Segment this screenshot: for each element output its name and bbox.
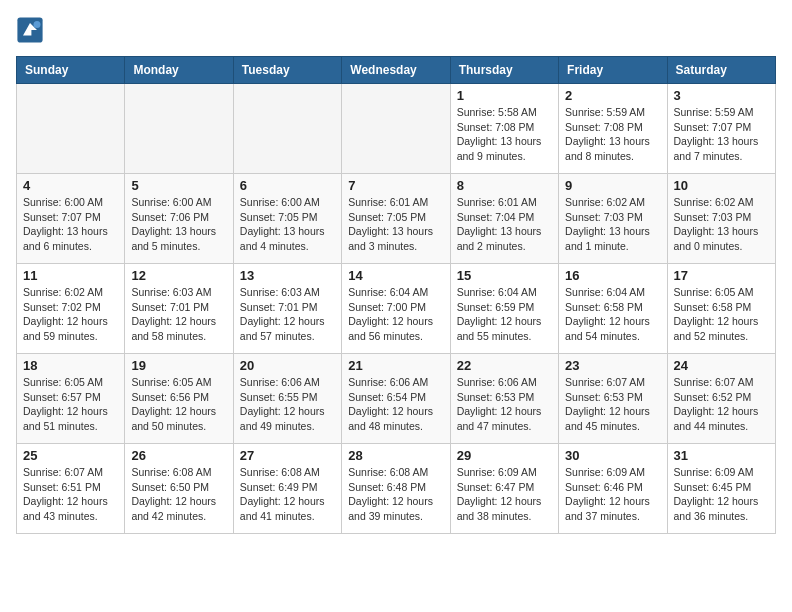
calendar-day: 31Sunrise: 6:09 AMSunset: 6:45 PMDayligh… (667, 444, 775, 534)
day-number: 31 (674, 448, 769, 463)
calendar-day: 8Sunrise: 6:01 AMSunset: 7:04 PMDaylight… (450, 174, 558, 264)
day-info: Sunrise: 6:03 AMSunset: 7:01 PMDaylight:… (240, 285, 335, 344)
calendar-day: 18Sunrise: 6:05 AMSunset: 6:57 PMDayligh… (17, 354, 125, 444)
day-info: Sunrise: 6:04 AMSunset: 6:59 PMDaylight:… (457, 285, 552, 344)
calendar-day: 27Sunrise: 6:08 AMSunset: 6:49 PMDayligh… (233, 444, 341, 534)
day-number: 16 (565, 268, 660, 283)
day-info: Sunrise: 6:00 AMSunset: 7:05 PMDaylight:… (240, 195, 335, 254)
calendar-day: 3Sunrise: 5:59 AMSunset: 7:07 PMDaylight… (667, 84, 775, 174)
day-info: Sunrise: 6:01 AMSunset: 7:05 PMDaylight:… (348, 195, 443, 254)
calendar-day: 25Sunrise: 6:07 AMSunset: 6:51 PMDayligh… (17, 444, 125, 534)
day-info: Sunrise: 6:02 AMSunset: 7:03 PMDaylight:… (565, 195, 660, 254)
calendar-week-3: 11Sunrise: 6:02 AMSunset: 7:02 PMDayligh… (17, 264, 776, 354)
day-info: Sunrise: 6:04 AMSunset: 6:58 PMDaylight:… (565, 285, 660, 344)
calendar-day: 19Sunrise: 6:05 AMSunset: 6:56 PMDayligh… (125, 354, 233, 444)
day-number: 25 (23, 448, 118, 463)
day-number: 28 (348, 448, 443, 463)
day-number: 13 (240, 268, 335, 283)
day-info: Sunrise: 6:01 AMSunset: 7:04 PMDaylight:… (457, 195, 552, 254)
day-number: 6 (240, 178, 335, 193)
day-number: 2 (565, 88, 660, 103)
day-info: Sunrise: 6:09 AMSunset: 6:47 PMDaylight:… (457, 465, 552, 524)
calendar-day (125, 84, 233, 174)
day-number: 14 (348, 268, 443, 283)
svg-point-2 (34, 21, 41, 28)
day-info: Sunrise: 5:58 AMSunset: 7:08 PMDaylight:… (457, 105, 552, 164)
calendar-day: 26Sunrise: 6:08 AMSunset: 6:50 PMDayligh… (125, 444, 233, 534)
day-info: Sunrise: 6:00 AMSunset: 7:06 PMDaylight:… (131, 195, 226, 254)
day-number: 20 (240, 358, 335, 373)
calendar-day: 9Sunrise: 6:02 AMSunset: 7:03 PMDaylight… (559, 174, 667, 264)
page-header (16, 16, 776, 44)
day-header-friday: Friday (559, 57, 667, 84)
calendar-day (17, 84, 125, 174)
day-header-saturday: Saturday (667, 57, 775, 84)
day-number: 15 (457, 268, 552, 283)
day-info: Sunrise: 6:08 AMSunset: 6:50 PMDaylight:… (131, 465, 226, 524)
calendar-day: 15Sunrise: 6:04 AMSunset: 6:59 PMDayligh… (450, 264, 558, 354)
day-number: 11 (23, 268, 118, 283)
day-number: 23 (565, 358, 660, 373)
calendar-day: 7Sunrise: 6:01 AMSunset: 7:05 PMDaylight… (342, 174, 450, 264)
calendar-day: 6Sunrise: 6:00 AMSunset: 7:05 PMDaylight… (233, 174, 341, 264)
day-info: Sunrise: 6:07 AMSunset: 6:53 PMDaylight:… (565, 375, 660, 434)
day-number: 24 (674, 358, 769, 373)
day-number: 10 (674, 178, 769, 193)
day-header-monday: Monday (125, 57, 233, 84)
day-info: Sunrise: 6:08 AMSunset: 6:49 PMDaylight:… (240, 465, 335, 524)
calendar-week-4: 18Sunrise: 6:05 AMSunset: 6:57 PMDayligh… (17, 354, 776, 444)
calendar-day: 14Sunrise: 6:04 AMSunset: 7:00 PMDayligh… (342, 264, 450, 354)
day-number: 12 (131, 268, 226, 283)
day-number: 9 (565, 178, 660, 193)
calendar-day (233, 84, 341, 174)
day-info: Sunrise: 6:05 AMSunset: 6:56 PMDaylight:… (131, 375, 226, 434)
calendar-day (342, 84, 450, 174)
calendar-day: 23Sunrise: 6:07 AMSunset: 6:53 PMDayligh… (559, 354, 667, 444)
day-info: Sunrise: 6:07 AMSunset: 6:51 PMDaylight:… (23, 465, 118, 524)
calendar-day: 29Sunrise: 6:09 AMSunset: 6:47 PMDayligh… (450, 444, 558, 534)
calendar-week-2: 4Sunrise: 6:00 AMSunset: 7:07 PMDaylight… (17, 174, 776, 264)
day-info: Sunrise: 6:07 AMSunset: 6:52 PMDaylight:… (674, 375, 769, 434)
logo-icon (16, 16, 44, 44)
day-info: Sunrise: 6:02 AMSunset: 7:02 PMDaylight:… (23, 285, 118, 344)
day-info: Sunrise: 6:08 AMSunset: 6:48 PMDaylight:… (348, 465, 443, 524)
day-header-wednesday: Wednesday (342, 57, 450, 84)
calendar-header-row: SundayMondayTuesdayWednesdayThursdayFrid… (17, 57, 776, 84)
day-info: Sunrise: 6:00 AMSunset: 7:07 PMDaylight:… (23, 195, 118, 254)
day-info: Sunrise: 5:59 AMSunset: 7:08 PMDaylight:… (565, 105, 660, 164)
day-number: 1 (457, 88, 552, 103)
calendar-day: 20Sunrise: 6:06 AMSunset: 6:55 PMDayligh… (233, 354, 341, 444)
day-header-sunday: Sunday (17, 57, 125, 84)
day-number: 18 (23, 358, 118, 373)
calendar-day: 28Sunrise: 6:08 AMSunset: 6:48 PMDayligh… (342, 444, 450, 534)
calendar-day: 16Sunrise: 6:04 AMSunset: 6:58 PMDayligh… (559, 264, 667, 354)
day-number: 29 (457, 448, 552, 463)
calendar-week-1: 1Sunrise: 5:58 AMSunset: 7:08 PMDaylight… (17, 84, 776, 174)
calendar-day: 30Sunrise: 6:09 AMSunset: 6:46 PMDayligh… (559, 444, 667, 534)
day-header-tuesday: Tuesday (233, 57, 341, 84)
calendar-day: 24Sunrise: 6:07 AMSunset: 6:52 PMDayligh… (667, 354, 775, 444)
calendar-week-5: 25Sunrise: 6:07 AMSunset: 6:51 PMDayligh… (17, 444, 776, 534)
day-info: Sunrise: 6:09 AMSunset: 6:46 PMDaylight:… (565, 465, 660, 524)
day-number: 5 (131, 178, 226, 193)
day-info: Sunrise: 6:03 AMSunset: 7:01 PMDaylight:… (131, 285, 226, 344)
day-number: 7 (348, 178, 443, 193)
calendar-table: SundayMondayTuesdayWednesdayThursdayFrid… (16, 56, 776, 534)
day-number: 4 (23, 178, 118, 193)
day-number: 17 (674, 268, 769, 283)
day-info: Sunrise: 6:02 AMSunset: 7:03 PMDaylight:… (674, 195, 769, 254)
day-header-thursday: Thursday (450, 57, 558, 84)
day-number: 3 (674, 88, 769, 103)
calendar-day: 13Sunrise: 6:03 AMSunset: 7:01 PMDayligh… (233, 264, 341, 354)
day-info: Sunrise: 6:04 AMSunset: 7:00 PMDaylight:… (348, 285, 443, 344)
calendar-day: 17Sunrise: 6:05 AMSunset: 6:58 PMDayligh… (667, 264, 775, 354)
calendar-day: 10Sunrise: 6:02 AMSunset: 7:03 PMDayligh… (667, 174, 775, 264)
calendar-day: 1Sunrise: 5:58 AMSunset: 7:08 PMDaylight… (450, 84, 558, 174)
day-number: 27 (240, 448, 335, 463)
calendar-day: 22Sunrise: 6:06 AMSunset: 6:53 PMDayligh… (450, 354, 558, 444)
day-number: 19 (131, 358, 226, 373)
day-info: Sunrise: 6:05 AMSunset: 6:58 PMDaylight:… (674, 285, 769, 344)
logo (16, 16, 48, 44)
day-number: 26 (131, 448, 226, 463)
day-info: Sunrise: 6:06 AMSunset: 6:53 PMDaylight:… (457, 375, 552, 434)
